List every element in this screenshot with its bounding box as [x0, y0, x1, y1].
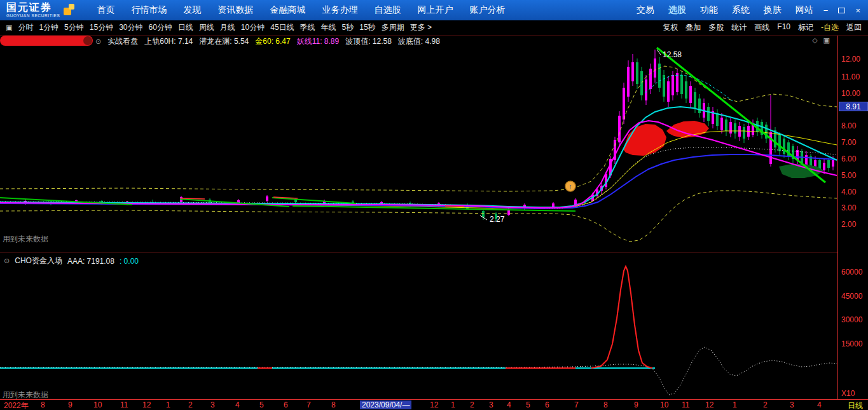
- nav-item-5[interactable]: 金融商城: [270, 4, 305, 16]
- nav-item-7[interactable]: 自选股: [374, 4, 401, 16]
- nav-item-6[interactable]: 业务办理: [322, 4, 357, 16]
- quick-nav-5[interactable]: 换肤: [764, 4, 782, 16]
- quick-nav-4[interactable]: 系统: [732, 4, 750, 16]
- main-chart-canvas[interactable]: 12.582.27↑: [0, 36, 837, 252]
- candle-body: [832, 160, 834, 167]
- panel-layout-icon[interactable]: ▣: [6, 24, 12, 32]
- candle-body: [734, 123, 736, 133]
- low-price-label: 2.27: [490, 215, 505, 224]
- future-data-watermark: 用到未来数据: [3, 390, 48, 400]
- time-axis-label: 12: [142, 400, 151, 409]
- cho-axis-label: 60000: [841, 268, 862, 277]
- toolbar-right-buttons: 复权叠加多股统计画线F10标记-自选返回: [663, 22, 868, 33]
- app-window: 国元证券 GUOYUAN SECURITIES 首页行情市场发现资讯数据金融商城…: [0, 0, 868, 410]
- tool-button-5[interactable]: 画线: [754, 22, 769, 33]
- period-button-4[interactable]: 15分钟: [90, 22, 113, 33]
- period-button-3[interactable]: 5分钟: [64, 22, 84, 33]
- candle-body: [482, 211, 485, 217]
- candle-body: [649, 69, 652, 89]
- tool-button-3[interactable]: 多股: [708, 22, 724, 33]
- main-nav: 首页行情市场发现资讯数据金融商城业务办理自选股网上开户账户分析: [97, 4, 505, 16]
- minimize-button[interactable]: −: [823, 6, 829, 15]
- time-axis-label: 6: [545, 400, 549, 409]
- candle-body: [658, 64, 661, 88]
- tool-button-4[interactable]: 统计: [731, 22, 747, 33]
- time-axis-label: 4: [817, 400, 822, 409]
- nav-item-8[interactable]: 网上开户: [417, 4, 453, 16]
- price-axis-label: 5.00: [841, 171, 856, 180]
- cho-white-dotted: [0, 347, 837, 395]
- quick-nav-6[interactable]: 网站: [796, 4, 813, 16]
- period-button-15[interactable]: 15秒: [359, 22, 375, 33]
- nav-item-3[interactable]: 发现: [183, 4, 201, 16]
- period-button-12[interactable]: 季线: [300, 22, 315, 33]
- top-navbar: 国元证券 GUOYUAN SECURITIES 首页行情市场发现资讯数据金融商城…: [0, 0, 868, 20]
- puzzle-logo-icon: [64, 4, 75, 17]
- future-data-watermark: 用到未来数据: [3, 234, 48, 245]
- tool-button-9[interactable]: 返回: [846, 22, 862, 33]
- quick-nav-2[interactable]: 选股: [668, 4, 686, 16]
- nav-item-2[interactable]: 行情市场: [131, 4, 167, 16]
- quick-nav-3[interactable]: 功能: [700, 4, 718, 16]
- yellow-lower-band: [0, 191, 837, 242]
- main-chart-panel: 12.582.27↑ ⊙实战看盘上轨60H: 7.14潜龙在渊: 5.54金60…: [0, 36, 837, 252]
- cho-chart-canvas[interactable]: [0, 253, 837, 399]
- tool-button-8[interactable]: -自选: [821, 22, 839, 33]
- cho-indicator-header: ⊙CHO资金入场AAA: 7191.08: 0.00: [4, 256, 139, 266]
- period-button-2[interactable]: 1分钟: [39, 22, 59, 33]
- time-axis-label: 1: [166, 400, 170, 409]
- candle-body: [266, 196, 268, 201]
- time-axis-label: 5: [259, 400, 264, 409]
- float-window-icon[interactable]: ▣: [823, 36, 830, 44]
- price-axis-label: 6.00: [841, 154, 856, 163]
- period-button-5[interactable]: 30分钟: [119, 22, 142, 33]
- candle-body: [743, 127, 745, 139]
- nav-item-1[interactable]: 首页: [97, 4, 114, 16]
- period-button-16[interactable]: 多周期: [382, 22, 404, 33]
- price-axis-label: 8.00: [841, 121, 856, 130]
- period-button-8[interactable]: 周线: [199, 22, 214, 33]
- tool-button-6[interactable]: F10: [777, 22, 790, 33]
- tool-button-7[interactable]: 标记: [798, 22, 813, 33]
- period-button-9[interactable]: 月线: [220, 22, 235, 33]
- candle-body: [631, 62, 634, 81]
- nav-item-9[interactable]: 账户分析: [469, 4, 505, 16]
- main-indicator-value-5: 波顶值: 12.58: [345, 36, 392, 47]
- quick-nav-1[interactable]: 交易: [637, 4, 654, 16]
- candle-body: [618, 116, 621, 142]
- cho-red-spike: [591, 266, 652, 368]
- magenta-ma-line: [0, 121, 837, 208]
- period-button-17[interactable]: 更多 >: [410, 22, 432, 33]
- period-button-6[interactable]: 60分钟: [149, 22, 172, 33]
- candle-body: [707, 107, 710, 121]
- tool-button-1[interactable]: 复权: [663, 22, 678, 33]
- cho-indicator-title: CHO资金入场: [15, 256, 62, 266]
- period-button-10[interactable]: 10分钟: [241, 22, 265, 33]
- red-ribbon-fill-1: [623, 124, 666, 156]
- brand-name: 国元证券: [6, 3, 60, 13]
- candle-body: [627, 67, 630, 97]
- candle-body: [689, 86, 692, 103]
- period-button-14[interactable]: 5秒: [342, 22, 354, 33]
- mark-diamond-icon[interactable]: ◇: [812, 36, 817, 44]
- candle-body: [783, 139, 785, 154]
- time-axis-label: 8: [603, 400, 608, 409]
- period-button-7[interactable]: 日线: [178, 22, 193, 33]
- indicator-dot-icon: ⊙: [95, 38, 101, 46]
- cho-indicator-panel: ⊙CHO资金入场AAA: 7191.08: 0.00 用到未来数据: [0, 252, 837, 399]
- cho-axis-label: 30000: [841, 315, 862, 324]
- white-dotted-ma: [0, 147, 837, 208]
- chart-stage: 12.582.27↑ ⊙实战看盘上轨60H: 7.14潜龙在渊: 5.54金60…: [0, 36, 868, 399]
- period-button-11[interactable]: 45日线: [270, 22, 294, 33]
- period-buttons: 分时1分钟5分钟15分钟30分钟60分钟日线周线月线10分钟45日线季线年线5秒…: [18, 22, 432, 33]
- green-trend-line: [657, 48, 825, 182]
- close-button[interactable]: ×: [855, 6, 860, 15]
- candle-body: [725, 120, 727, 131]
- tool-button-2[interactable]: 叠加: [685, 22, 701, 33]
- period-button-1[interactable]: 分时: [18, 22, 33, 33]
- nav-item-4[interactable]: 资讯数据: [217, 4, 253, 16]
- period-button-13[interactable]: 年线: [321, 22, 336, 33]
- time-axis-label: 2022年: [4, 400, 29, 410]
- cho-axis-label: 15000: [841, 339, 862, 348]
- restore-button[interactable]: [838, 8, 845, 13]
